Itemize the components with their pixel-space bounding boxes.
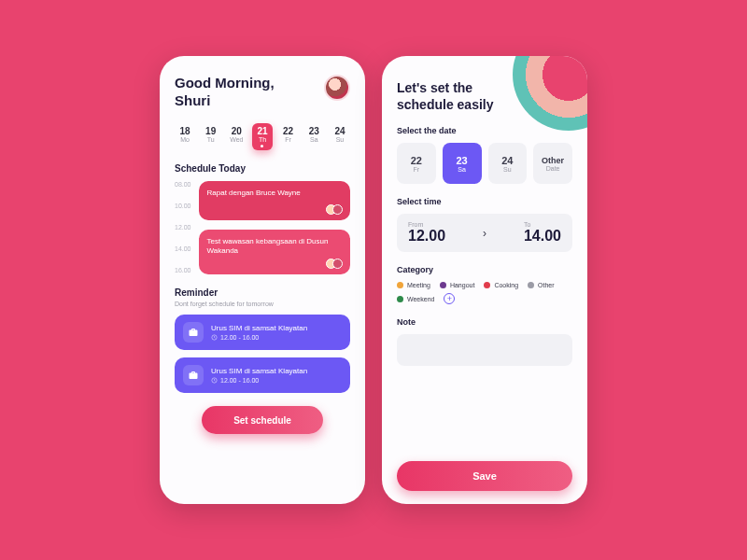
reminder-time: 12.00 - 16.00 bbox=[211, 377, 342, 384]
date-option-22[interactable]: 22Fr bbox=[397, 143, 436, 184]
date-option-23-selected[interactable]: 23Sa bbox=[443, 143, 482, 184]
reminder-time: 12.00 - 16.00 bbox=[211, 334, 342, 341]
greeting: Good Morning, Shuri bbox=[175, 75, 275, 110]
briefcase-icon bbox=[183, 365, 204, 385]
date-18[interactable]: 18Mo bbox=[175, 123, 195, 150]
date-picker: 22Fr 23Sa 24Su OtherDate bbox=[397, 143, 572, 184]
reminder-card[interactable]: Urus SIM di samsat Klayatan 12.00 - 16.0… bbox=[175, 315, 350, 350]
schedule-today-label: Schedule Today bbox=[175, 163, 350, 174]
category-label: Category bbox=[397, 265, 572, 274]
page-title: Let's set the schedule easily bbox=[397, 80, 572, 113]
event-title: Test wawasan kebangsaan di Dusun Wakanda bbox=[207, 237, 329, 255]
category-meeting[interactable]: Meeting bbox=[397, 282, 430, 288]
category-weekend[interactable]: Weekend bbox=[397, 296, 434, 302]
category-other[interactable]: Other bbox=[528, 282, 555, 288]
event-title: Rapat dengan Bruce Wayne bbox=[207, 189, 301, 197]
set-schedule-button[interactable]: Set schedule bbox=[202, 406, 323, 434]
category-cooking[interactable]: Cooking bbox=[484, 282, 518, 288]
avatar[interactable] bbox=[324, 75, 350, 101]
date-21-selected[interactable]: 21Th bbox=[252, 123, 273, 150]
attendees bbox=[330, 259, 343, 269]
reminder-label: Reminder bbox=[175, 287, 350, 298]
greeting-line2: Shuri bbox=[175, 92, 275, 110]
briefcase-icon bbox=[183, 322, 204, 343]
reminder-title: Urus SIM di samsat Klayatan bbox=[211, 324, 342, 332]
select-time-label: Select time bbox=[397, 197, 572, 206]
date-option-other[interactable]: OtherDate bbox=[533, 143, 572, 184]
reminder-subtitle: Dont forget schedule for tomorrow bbox=[175, 301, 350, 307]
category-hangout[interactable]: Hangout bbox=[440, 282, 474, 288]
note-input[interactable] bbox=[397, 334, 572, 366]
greeting-line1: Good Morning, bbox=[175, 75, 275, 92]
schedule-screen: Good Morning, Shuri 18Mo 19Tu 20Wed 21Th… bbox=[160, 56, 365, 504]
select-date-label: Select the date bbox=[397, 126, 572, 135]
date-option-24[interactable]: 24Su bbox=[488, 143, 528, 184]
time-picker[interactable]: From 12.00 › To 14.00 bbox=[397, 214, 572, 252]
date-23[interactable]: 23Sa bbox=[303, 123, 324, 150]
time-to[interactable]: To 14.00 bbox=[524, 221, 561, 245]
event-card[interactable]: Rapat dengan Bruce Wayne bbox=[199, 181, 350, 220]
save-button[interactable]: Save bbox=[397, 461, 572, 491]
add-category-button[interactable]: + bbox=[444, 293, 455, 304]
reminder-title: Urus SIM di samsat Klayatan bbox=[211, 367, 342, 375]
date-strip: 18Mo 19Tu 20Wed 21Th 22Fr 23Sa 24Su bbox=[175, 123, 350, 150]
time-from[interactable]: From 12.00 bbox=[408, 221, 445, 245]
note-label: Note bbox=[397, 317, 572, 327]
category-list: Meeting Hangout Cooking Other Weekend + bbox=[397, 282, 572, 304]
date-24[interactable]: 24Su bbox=[330, 123, 350, 150]
event-card[interactable]: Test wawasan kebangsaan di Dusun Wakanda bbox=[199, 230, 350, 275]
time-scale: 08.00 10.00 12.00 14.00 16.00 bbox=[175, 181, 191, 275]
chevron-right-icon: › bbox=[483, 227, 486, 240]
date-20[interactable]: 20Wed bbox=[226, 123, 247, 150]
create-schedule-screen: Let's set the schedule easily Select the… bbox=[382, 56, 587, 504]
date-22[interactable]: 22Fr bbox=[278, 123, 299, 150]
date-19[interactable]: 19Tu bbox=[201, 123, 221, 150]
reminder-card[interactable]: Urus SIM di samsat Klayatan 12.00 - 16.0… bbox=[175, 357, 350, 393]
attendees bbox=[330, 204, 343, 215]
